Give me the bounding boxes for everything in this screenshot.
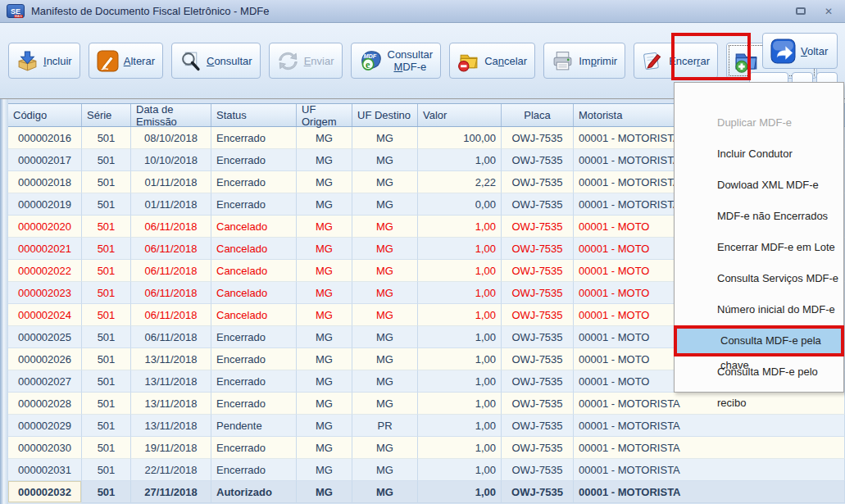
cell-valor: 1,00 [418,459,502,481]
cell-data: 13/11/2018 [131,393,211,415]
cell-status: Encerrado [211,393,297,415]
magnifier-icon [179,50,202,72]
cell-codigo: 000002017 [8,149,82,171]
restore-window-button[interactable] [791,4,811,18]
close-window-button[interactable]: ✕ [819,4,838,18]
cell-uf_origem: MG [297,260,352,282]
column-header-placa[interactable]: Placa [502,104,574,126]
cell-placa: OWJ-7535 [502,216,574,238]
cell-valor: 1,00 [418,437,502,459]
cell-data: 01/11/2018 [131,171,211,193]
table-row-000002031[interactable]: 00000203150122/11/2018EncerradoMGMG1,00O… [8,459,845,481]
cell-status: Cancelado [211,282,297,304]
column-header-data[interactable]: Data de Emissão [131,104,211,126]
cell-uf_origem: MG [297,238,352,260]
cell-placa: OWJ-7535 [502,415,574,437]
menu-item-mdf-e-n-o-encerrados[interactable]: MDF-e não Encerrados [675,201,843,232]
consultar-button[interactable]: Consultar [171,43,261,79]
cell-uf_origem: MG [297,393,352,415]
note-pen-icon [642,50,664,72]
cell-motorista: 00001 - MOTORISTA [574,459,845,481]
cell-placa: OWJ-7535 [502,393,574,415]
cell-uf_origem: MG [297,459,352,481]
mdfe-logo-icon: MDFe [359,49,383,73]
cell-serie: 501 [82,171,131,193]
cell-codigo: 000002022 [8,260,82,282]
cell-uf_origem: MG [297,437,352,459]
cell-valor: 1,00 [418,415,502,437]
column-header-uf_destino[interactable]: UF Destino [352,104,418,126]
menu-item-dowload-xml-mdf-e[interactable]: Dowload XML MDF-e [675,170,843,201]
cell-uf_origem: MG [297,326,352,348]
window-title: Manifesto de Documento Fiscal Eletrônico… [31,5,269,17]
cell-status: Encerrado [211,171,297,193]
column-header-codigo[interactable]: Código [8,104,82,126]
cell-valor: 1,00 [418,282,502,304]
menu-item-consulta-servi-os-mdf-e[interactable]: Consulta Serviços MDF-e [675,263,843,294]
column-header-valor[interactable]: Valor [418,104,502,126]
restore-icon [796,7,806,15]
cell-status: Cancelado [211,216,297,238]
incluir-button[interactable]: Incluir [8,43,80,79]
cell-uf_origem: MG [297,415,352,437]
consultar-mdfe-button[interactable]: MDFeConsultarMDF-e [351,43,442,79]
alterar-button[interactable]: Alterar [89,43,163,79]
cell-data: 08/10/2018 [131,127,211,149]
folder-block-icon [457,50,479,72]
cell-uf_destino: MG [352,304,418,326]
title-bar: SE MAG Manifesto de Documento Fiscal Ele… [0,0,845,23]
cell-data: 27/11/2018 [131,481,211,503]
menu-item-incluir-condutor[interactable]: Incluir Condutor [675,138,843,170]
cell-placa: OWJ-7535 [502,304,574,326]
cell-uf_destino: MG [352,216,418,238]
cell-data: 06/11/2018 [131,216,211,238]
cell-status: Encerrado [211,193,297,216]
alterar-label: Alterar [124,55,155,67]
cell-valor: 1,00 [418,393,502,415]
enviar-button: Enviar [269,43,343,79]
cell-uf_destino: MG [352,260,418,282]
pencil-icon [97,50,119,72]
menu-item-n-mero-inicial-do-mdf-e[interactable]: Número inicial do MDF-e [675,294,843,325]
cell-uf_destino: MG [352,193,418,216]
cell-placa: OWJ-7535 [502,282,574,304]
consultar-mdfe-label: ConsultarMDF-e [388,48,434,73]
cell-status: Cancelado [211,238,297,260]
cell-placa: OWJ-7535 [502,459,574,481]
cell-serie: 501 [82,260,131,282]
cell-uf_destino: MG [352,348,418,370]
column-header-uf_origem[interactable]: UF Origem [297,104,352,126]
cell-codigo: 000002020 [8,216,82,238]
cell-uf_destino: PR [352,415,418,437]
cell-codigo: 000002029 [8,415,82,437]
cell-serie: 501 [82,149,131,171]
menu-item-encerrar-mdf-e-em-lote[interactable]: Encerrar MDF-e em Lote [675,232,843,263]
voltar-button[interactable]: Voltar [762,33,838,69]
cell-uf_origem: MG [297,481,352,503]
table-row-000002032[interactable]: 00000203250127/11/2018AutorizadoMGMG1,00… [8,481,845,503]
cell-placa: OWJ-7535 [502,193,574,216]
table-row-000002030[interactable]: 00000203050119/11/2018EncerradoMGMG1,00O… [8,437,845,459]
cell-valor: 1,00 [418,304,502,326]
cell-placa: OWJ-7535 [502,260,574,282]
column-header-serie[interactable]: Série [82,104,131,126]
cell-data: 13/11/2018 [131,370,211,393]
cell-serie: 501 [82,326,131,348]
cancelar-button[interactable]: Cancelar [449,43,535,79]
cell-placa: OWJ-7535 [502,348,574,370]
cell-status: Encerrado [211,370,297,393]
cell-valor: 1,00 [418,481,502,503]
column-header-status[interactable]: Status [211,104,297,126]
cell-serie: 501 [82,238,131,260]
cell-uf_destino: MG [352,127,418,149]
encerrar-button[interactable]: Encerrar [634,43,718,79]
menu-item-consulta-mdf-e-pelo-recibo[interactable]: Consulta MDF-e pelo recibo [675,356,843,388]
cell-data: 13/11/2018 [131,415,211,437]
cell-uf_destino: MG [352,393,418,415]
cell-serie: 501 [82,348,131,370]
cell-data: 01/11/2018 [131,193,211,216]
cell-uf_origem: MG [297,282,352,304]
imprimir-button[interactable]: Imprimir [543,43,625,79]
cell-codigo: 000002024 [8,304,82,326]
menu-item-consulta-mdf-e-pela-chave[interactable]: Consulta MDF-e pela chave [674,325,844,356]
